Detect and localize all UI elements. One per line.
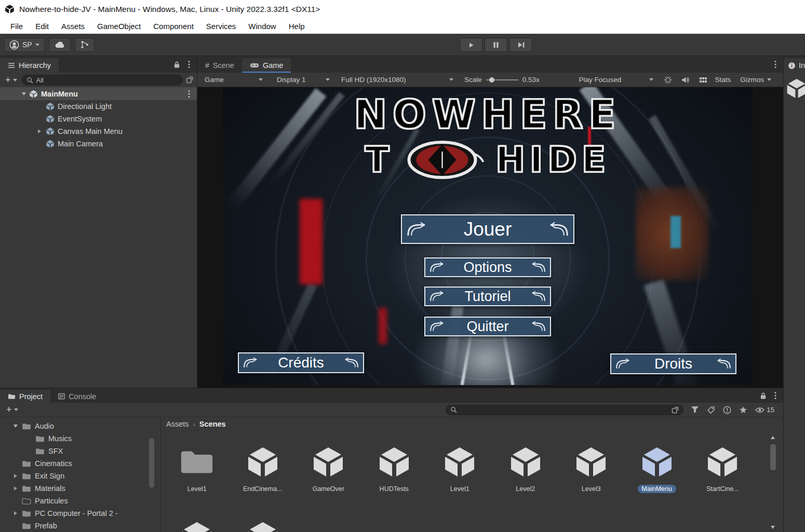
game-viewport[interactable]: NOWHERE T [223,87,753,385]
scroll-up-arrow[interactable] [771,436,775,439]
search-by-type-icon[interactable] [691,406,699,414]
credits-menu-button[interactable]: Crédits [238,352,364,373]
folder-tree-item[interactable]: SFX [0,445,160,457]
game-mode-dropdown[interactable]: Game [201,74,266,86]
menu-edit[interactable]: Edit [29,20,55,32]
create-asset-button[interactable]: + [5,404,20,415]
tab-project[interactable]: Project [0,390,50,403]
options-menu-button[interactable]: Options [424,257,551,277]
tutorial-menu-button[interactable]: Tutoriel [424,287,551,306]
rights-menu-button[interactable]: Droits [610,353,736,374]
folder-tree-item[interactable]: Prefab [0,520,160,532]
vsync-grid-icon[interactable] [696,77,710,83]
tab-hierarchy[interactable]: Hierarchy [0,58,59,73]
menu-window[interactable]: Window [242,20,282,32]
scene-asset-icon [572,443,610,481]
project-search-input[interactable] [446,405,683,415]
alert-icon[interactable] [723,406,731,414]
pause-button[interactable] [485,38,507,52]
scene-header-mainmenu[interactable]: MainMenu [0,87,197,100]
kebab-menu-icon[interactable] [188,90,190,98]
focus-window-icon[interactable] [186,76,193,84]
account-dropdown[interactable]: SP [4,38,45,52]
tree-scrollbar[interactable] [149,438,154,488]
menu-gameobject[interactable]: GameObject [91,20,147,32]
folder-icon [35,435,45,443]
asset-item[interactable]: Level2 [493,443,559,493]
play-menu-button[interactable]: Jouer [401,214,574,244]
folder-tree-item[interactable]: PC Computer - Portal 2 - [0,507,160,520]
scale-slider[interactable] [486,79,518,80]
tab-inspector[interactable]: In [784,58,805,73]
hierarchy-item[interactable]: Directional Light [0,100,197,113]
create-object-button[interactable]: + [4,75,19,86]
search-by-label-icon[interactable] [707,406,715,414]
stats-toggle[interactable]: Stats [710,76,735,84]
menu-help[interactable]: Help [283,20,311,32]
folder-tree-item[interactable]: Materials [0,482,160,495]
tab-scene[interactable]: # Scene [197,58,242,73]
menu-file[interactable]: File [4,20,29,32]
search-icon [26,77,33,84]
version-control-button[interactable] [75,38,95,52]
cloud-services-button[interactable] [49,38,71,52]
expand-arrow-icon[interactable] [38,129,41,133]
asset-item[interactable]: Level1 [164,443,230,493]
scrollbar-thumb[interactable] [770,444,776,470]
quit-menu-button[interactable]: Quitter [424,317,551,336]
asset-item[interactable]: EndCinema... [230,443,296,493]
asset-item[interactable]: HUDTests [361,443,427,493]
kebab-menu-icon[interactable] [188,60,190,69]
asset-item[interactable]: MainMenu [624,443,690,493]
hierarchy-item[interactable]: Main Camera [0,138,197,150]
kebab-menu-icon[interactable] [774,391,776,400]
gizmos-dropdown[interactable]: Gizmos [735,76,776,84]
lock-icon[interactable] [173,61,180,69]
grid-scrollbar[interactable] [769,436,777,529]
folder-tree-item[interactable]: Audio [0,420,160,432]
folder-tree-item[interactable]: Exit Sign [0,470,160,482]
play-button[interactable] [460,38,482,52]
tab-console[interactable]: Console [50,390,104,403]
button-ornament-right-icon [530,262,546,273]
expand-arrow-icon[interactable] [14,511,17,515]
asset-item[interactable]: GameOver [296,443,361,493]
hierarchy-search-input[interactable]: All [22,75,183,85]
step-button[interactable] [509,38,532,52]
frame-debugger-icon[interactable] [661,76,675,84]
breadcrumb-current[interactable]: Scenes [199,420,226,428]
folder-tree-item[interactable]: Musics [0,432,160,445]
mute-audio-icon[interactable] [679,76,692,84]
chevron-down-icon [649,78,653,81]
asset-item[interactable]: Level3 [558,443,624,493]
hidden-count-toggle[interactable]: 15 [755,406,774,414]
menu-assets[interactable]: Assets [55,20,91,32]
focus-window-icon[interactable] [672,406,679,414]
resolution-dropdown[interactable]: Full HD (1920x1080) [338,74,457,86]
asset-item[interactable]: Level1 [427,443,493,493]
expand-arrow-icon[interactable] [14,486,17,490]
menu-component[interactable]: Component [147,20,200,32]
hierarchy-item[interactable]: EventSystem [0,113,197,125]
favorites-star-icon[interactable] [739,406,747,414]
tab-game[interactable]: Game [242,58,291,73]
lock-icon[interactable] [760,392,767,400]
unity-cube-icon [46,140,55,148]
scene-asset-icon [704,443,741,481]
scroll-down-arrow[interactable] [771,526,775,529]
play-focused-dropdown[interactable]: Play Focused [575,74,657,86]
expand-arrow-icon[interactable] [14,474,17,478]
folder-tree-item[interactable]: Particules [0,495,160,507]
folder-tree-item[interactable]: Cinematics [0,457,160,470]
breadcrumb-root[interactable]: Assets [166,420,189,428]
kebab-menu-icon[interactable] [774,60,776,69]
expand-arrow-icon[interactable] [22,92,26,96]
collapse-arrow-icon[interactable] [14,425,18,428]
play-icon [467,42,475,49]
menu-services[interactable]: Services [200,20,243,32]
asset-item[interactable]: StartCine... [690,443,756,493]
display-dropdown[interactable]: Display 1 [273,74,333,86]
folder-tree-label: Cinematics [35,459,72,468]
hierarchy-item[interactable]: Canvas Main Menu [0,125,197,138]
scale-slider-knob[interactable] [489,77,494,83]
